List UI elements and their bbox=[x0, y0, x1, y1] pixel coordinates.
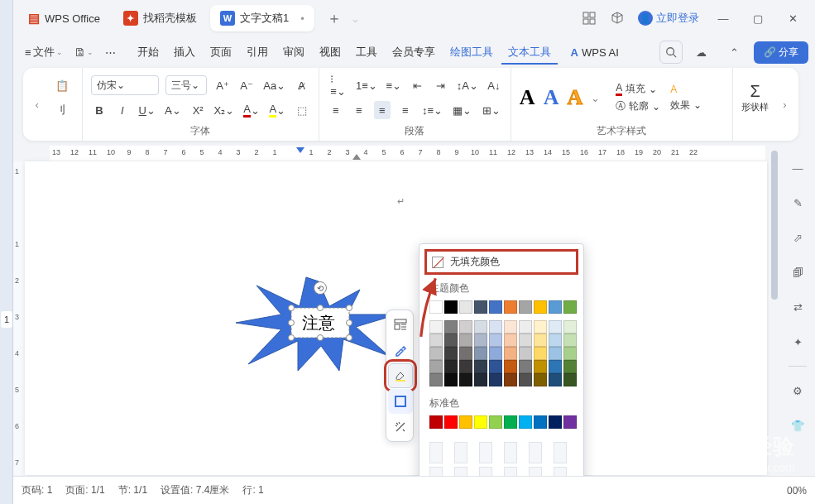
float-magic-icon[interactable] bbox=[388, 415, 413, 439]
color-swatch[interactable] bbox=[444, 334, 458, 347]
color-swatch[interactable] bbox=[489, 373, 502, 386]
float-layout-icon[interactable] bbox=[388, 312, 413, 337]
font-grow-button[interactable]: A⁺ bbox=[213, 76, 231, 94]
status-page[interactable]: 页面: 1/1 bbox=[65, 483, 104, 497]
menu-ref[interactable]: 引用 bbox=[240, 40, 275, 65]
color-swatch[interactable] bbox=[519, 334, 532, 347]
color-swatch[interactable] bbox=[563, 415, 577, 429]
color-swatch[interactable] bbox=[474, 334, 487, 347]
menu-member[interactable]: 会员专享 bbox=[386, 40, 442, 65]
new-tab-button[interactable]: ＋ bbox=[323, 7, 346, 30]
share-button[interactable]: 🔗 分享 bbox=[754, 41, 808, 64]
sidebar-shirt-icon[interactable]: 👕 bbox=[787, 415, 808, 436]
color-swatch[interactable] bbox=[459, 300, 472, 314]
color-swatch[interactable] bbox=[563, 373, 577, 386]
ruler-horizontal[interactable]: 1312111098765432112345678910111213141516… bbox=[50, 146, 765, 161]
left-edge-tab[interactable]: 1 bbox=[1, 311, 12, 328]
indent-increase-button[interactable]: ⇥ bbox=[433, 76, 449, 94]
color-swatch[interactable] bbox=[534, 347, 547, 360]
font-shrink-button[interactable]: A⁻ bbox=[238, 76, 256, 94]
color-swatch[interactable] bbox=[444, 415, 458, 429]
menu-view[interactable]: 视图 bbox=[313, 40, 348, 65]
color-swatch[interactable] bbox=[519, 320, 532, 334]
text-effect-label[interactable]: 效果 ⌄ bbox=[670, 98, 702, 113]
wps-ai-button[interactable]: A WPS AI bbox=[564, 46, 626, 59]
color-swatch[interactable] bbox=[549, 334, 562, 347]
color-swatch[interactable] bbox=[429, 373, 443, 386]
color-swatch[interactable] bbox=[519, 300, 532, 314]
cut-icon[interactable]: 刂 bbox=[52, 101, 70, 119]
color-swatch[interactable] bbox=[519, 347, 532, 360]
color-swatch[interactable] bbox=[504, 373, 517, 386]
ribbon-collapse-icon[interactable]: ⌃ bbox=[721, 40, 749, 65]
multilevel-button[interactable]: ≡⌄ bbox=[385, 76, 403, 94]
bold-button[interactable]: B bbox=[91, 101, 108, 119]
float-border-icon[interactable] bbox=[388, 389, 413, 414]
sidebar-cursor-icon[interactable]: ⬀ bbox=[787, 227, 808, 248]
color-swatch[interactable] bbox=[504, 300, 517, 314]
color-swatch[interactable] bbox=[534, 320, 547, 334]
color-swatch[interactable] bbox=[489, 360, 502, 373]
color-swatch[interactable] bbox=[504, 334, 517, 347]
shape-text[interactable]: 注意 bbox=[302, 312, 335, 334]
align-right-button[interactable]: ≡ bbox=[374, 101, 391, 119]
color-swatch[interactable] bbox=[429, 360, 443, 373]
bullets-button[interactable]: ⁝≡⌄ bbox=[328, 76, 348, 94]
align-left-button[interactable]: ≡ bbox=[328, 101, 344, 119]
color-swatch[interactable] bbox=[534, 373, 547, 386]
ribbon-scroll-left[interactable]: ‹ bbox=[30, 68, 44, 141]
status-page-no[interactable]: 页码: 1 bbox=[22, 483, 52, 497]
explosion-shape[interactable]: ⟲ 注意 bbox=[232, 273, 405, 372]
wordart-style-1[interactable]: A bbox=[520, 85, 535, 110]
window-minimize[interactable]: — bbox=[706, 6, 741, 31]
titlebar-grid-icon[interactable] bbox=[575, 6, 603, 31]
color-swatch[interactable] bbox=[489, 347, 502, 360]
no-fill-option[interactable]: 无填充颜色 bbox=[450, 255, 500, 269]
text-direction-button[interactable]: ↕A⌄ bbox=[456, 76, 479, 94]
rotate-handle-icon[interactable]: ⟲ bbox=[314, 281, 327, 295]
color-swatch[interactable] bbox=[459, 360, 472, 373]
color-swatch[interactable] bbox=[504, 347, 517, 360]
color-swatch[interactable] bbox=[534, 360, 547, 373]
color-swatch[interactable] bbox=[444, 373, 458, 386]
color-swatch[interactable] bbox=[429, 347, 443, 360]
color-swatch[interactable] bbox=[474, 347, 487, 360]
color-swatch[interactable] bbox=[454, 442, 467, 463]
superscript-button[interactable]: X² bbox=[189, 101, 206, 119]
color-swatch[interactable] bbox=[429, 442, 443, 463]
color-swatch[interactable] bbox=[563, 360, 577, 373]
search-button[interactable] bbox=[659, 41, 683, 64]
window-close[interactable]: ✕ bbox=[775, 6, 810, 31]
wordart-gallery[interactable]: A A A ⌄ bbox=[520, 85, 606, 110]
color-swatch[interactable] bbox=[459, 347, 472, 360]
paste-icon[interactable]: 📋 bbox=[52, 76, 72, 94]
wordart-style-3[interactable]: A bbox=[567, 85, 582, 110]
color-swatch[interactable] bbox=[563, 334, 577, 347]
color-swatch[interactable] bbox=[459, 320, 472, 334]
numbering-button[interactable]: 1≡⌄ bbox=[355, 76, 378, 94]
color-swatch[interactable] bbox=[504, 320, 517, 334]
color-swatch[interactable] bbox=[504, 442, 517, 463]
window-maximize[interactable]: ▢ bbox=[741, 6, 775, 31]
color-swatch[interactable] bbox=[489, 334, 502, 347]
color-swatch[interactable] bbox=[459, 415, 472, 429]
color-swatch[interactable] bbox=[444, 320, 458, 334]
color-swatch[interactable] bbox=[459, 373, 472, 386]
shading-button[interactable]: ▦⌄ bbox=[451, 101, 473, 119]
float-eyedropper-icon[interactable] bbox=[388, 338, 413, 362]
color-swatch[interactable] bbox=[519, 415, 532, 429]
ruler-vertical[interactable]: 11234567 bbox=[13, 161, 25, 475]
file-menu[interactable]: ≡ 文件 ⌄ bbox=[20, 41, 68, 63]
cloud-sync-icon[interactable]: ☁ bbox=[688, 40, 716, 65]
clear-format-button[interactable]: A̷ bbox=[294, 76, 310, 94]
char-border-button[interactable]: ⬚ bbox=[294, 101, 310, 119]
sidebar-gear-icon[interactable]: ⚙ bbox=[787, 380, 808, 401]
line-spacing-button[interactable]: ↕≡⌄ bbox=[420, 101, 444, 119]
vertical-scrollbar[interactable] bbox=[769, 146, 780, 475]
float-fill-button[interactable] bbox=[388, 363, 413, 388]
text-fill-button[interactable]: A 填充 ⌄ bbox=[616, 82, 660, 96]
italic-button[interactable]: I bbox=[114, 101, 131, 119]
ribbon-scroll-right[interactable]: › bbox=[778, 68, 792, 141]
menu-insert[interactable]: 插入 bbox=[167, 40, 202, 65]
color-swatch[interactable] bbox=[429, 415, 443, 429]
